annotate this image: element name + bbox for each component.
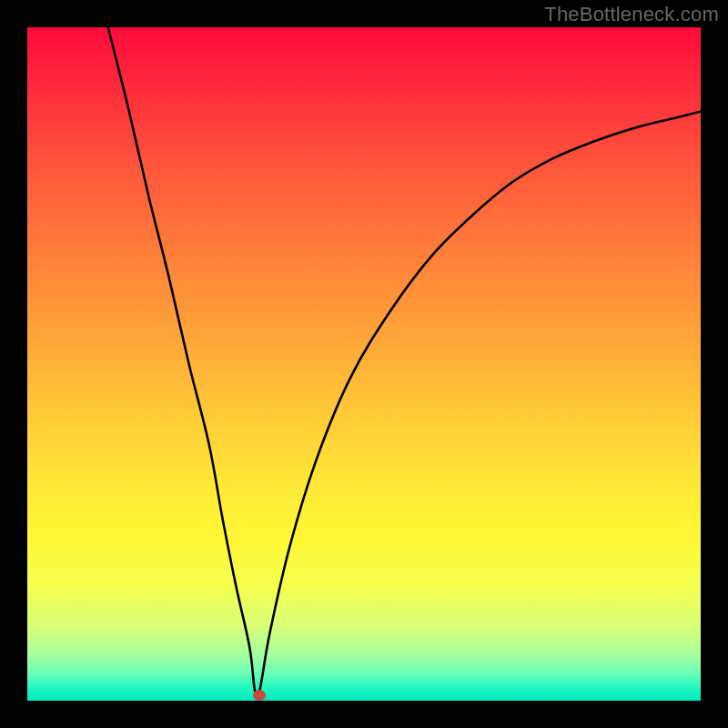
watermark-label: TheBottleneck.com [544, 3, 719, 26]
chart-frame: TheBottleneck.com [0, 0, 728, 728]
minimum-point-dot [253, 690, 266, 701]
plot-area [27, 27, 701, 701]
bottleneck-curve [27, 27, 701, 701]
